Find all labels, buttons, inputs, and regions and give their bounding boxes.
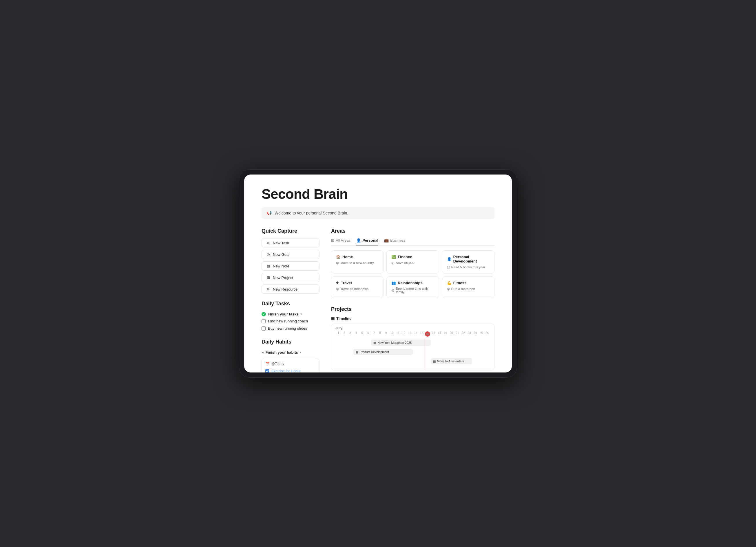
new-goal-button[interactable]: ◎ New Goal (262, 250, 319, 259)
area-card-relationships: 👥 Relationships ◎ Spend more time with f… (386, 276, 439, 298)
area-finance-title: 💹 Finance (391, 255, 434, 259)
finish-habits-label: Finish your habits (266, 350, 298, 354)
all-areas-label: All Areas (336, 238, 350, 243)
travel-icon: ✈ (336, 281, 339, 285)
date-cell: 9 (383, 331, 389, 336)
page-title: Second Brain (262, 186, 494, 202)
projects-title: Projects (331, 306, 494, 312)
task1-checkbox[interactable] (262, 319, 266, 323)
area-card-fitness: 💪 Fitness ◎ Run a marathon (442, 276, 494, 298)
new-note-label: New Note (273, 264, 289, 268)
area-card-finance: 💹 Finance ◎ Save $5,000 (386, 250, 439, 274)
timeline-row: ▦ New York Marathon 2025 (335, 339, 490, 347)
tab-business[interactable]: 💼 Business (384, 238, 406, 246)
resource-icon: ⊛ (266, 287, 271, 291)
task2-label: Buy new running shoes (268, 326, 307, 330)
area-relationships-title: 👥 Relationships (391, 281, 434, 285)
timeline-bar-amsterdam: ▦ Move to Amsterdam (431, 358, 472, 364)
main-content: Second Brain 📢 Welcome to your personal … (244, 175, 512, 372)
calendar-icon: 📅 (265, 362, 270, 366)
goal-sub-icon: ◎ (336, 261, 339, 265)
area-fitness-sub: ◎ Run a marathon (447, 287, 490, 291)
date-cell: 6 (365, 331, 371, 336)
area-home-title: 🏠 Home (336, 255, 379, 259)
date-cell: 15 (419, 331, 425, 336)
daily-tasks-section: Daily Tasks ✓ Finish your tasks ▾ Find n… (262, 301, 319, 332)
new-goal-label: New Goal (273, 253, 289, 257)
home-icon: 🏠 (336, 255, 341, 259)
goal-icon: ◎ (266, 252, 271, 257)
chevron-down-icon: ▾ (300, 351, 301, 354)
finish-habits-button[interactable]: ≡ Finish your habits ▾ (262, 349, 301, 356)
area-fitness-title: 💪 Fitness (447, 281, 490, 285)
area-travel-sub: ◎ Travel to Indonesia (336, 287, 379, 291)
goal-sub-icon4: ◎ (336, 287, 339, 291)
area-relationships-sub: ◎ Spend more time with family (391, 287, 434, 294)
note-icon: ▤ (266, 264, 271, 268)
date-cell: 14 (413, 331, 419, 336)
area-travel-title: ✈ Travel (336, 281, 379, 285)
area-card-personal-dev: 👤 Personal Development ◎ Read 5 books th… (442, 250, 494, 274)
date-cell: 26 (484, 331, 490, 336)
main-layout: Quick Capture ⊕ New Task ◎ New Goal ▤ Ne… (262, 228, 494, 372)
area-personal-dev-sub: ◎ Read 5 books this year (447, 265, 490, 269)
date-cell: 16 (425, 331, 431, 336)
date-cell: 19 (443, 331, 449, 336)
goal-sub-icon5: ◎ (391, 288, 394, 292)
personal-dev-icon: 👤 (447, 257, 452, 262)
tab-personal[interactable]: 👤 Personal (356, 238, 378, 246)
area-home-sub: ◎ Move to a new country (336, 261, 379, 265)
date-cell: 13 (407, 331, 413, 336)
habits-today: 📅 @Today (265, 362, 316, 366)
timeline-text: Timeline (336, 316, 352, 321)
task1-label: Find new running coach (268, 319, 308, 323)
timeline-label: ▦ Timeline (331, 316, 494, 321)
finish-tasks-button[interactable]: ✓ Finish your tasks ▾ (262, 311, 302, 317)
habit1-checkbox[interactable] (265, 369, 269, 373)
daily-habits-section: Daily Habits ≡ Finish your habits ▾ 📅 @T… (262, 339, 319, 372)
person-icon: 👤 (356, 238, 361, 243)
date-cell: 3 (347, 331, 353, 336)
projects-section: Projects ▦ Timeline July 123456789101112… (331, 306, 494, 372)
date-cell: 5 (359, 331, 365, 336)
area-card-travel: ✈ Travel ◎ Travel to Indonesia (331, 276, 384, 298)
tab-all-areas[interactable]: ⊞ All Areas (331, 238, 350, 246)
area-finance-sub: ◎ Save $5,000 (391, 261, 434, 265)
date-cell: 18 (437, 331, 443, 336)
daily-habits-title: Daily Habits (262, 339, 319, 345)
date-cell: 4 (353, 331, 359, 336)
habits-box: 📅 @Today Exercise for 1 hour Healthy Nut… (262, 358, 319, 372)
date-cell: 12 (401, 331, 407, 336)
welcome-banner: 📢 Welcome to your personal Second Brain. (262, 207, 494, 219)
fitness-icon: 💪 (447, 281, 452, 285)
new-project-button[interactable]: ▦ New Project (262, 273, 319, 282)
date-cell: 10 (389, 331, 395, 336)
new-note-button[interactable]: ▤ New Note (262, 262, 319, 271)
area-card-home: 🏠 Home ◎ Move to a new country (331, 250, 384, 274)
date-cell: 7 (371, 331, 377, 336)
areas-grid: 🏠 Home ◎ Move to a new country 💹 (331, 250, 494, 298)
areas-title: Areas (331, 228, 494, 234)
new-task-button[interactable]: ⊕ New Task (262, 238, 319, 248)
screen: Second Brain 📢 Welcome to your personal … (244, 175, 512, 372)
quick-capture-title: Quick Capture (262, 228, 319, 234)
today-label: @Today (271, 362, 284, 366)
date-cell: 20 (448, 331, 454, 336)
date-cell: 11 (395, 331, 401, 336)
new-resource-label: New Resource (273, 287, 297, 291)
finance-icon: 💹 (391, 255, 396, 259)
new-resource-button[interactable]: ⊛ New Resource (262, 284, 319, 294)
date-cell: 8 (377, 331, 383, 336)
timeline-dates: 1234567891011121314151617181920212223242… (331, 330, 494, 338)
task2-checkbox[interactable] (262, 326, 266, 330)
date-cell: 22 (460, 331, 466, 336)
date-cell: 1 (335, 331, 342, 336)
goal-sub-icon3: ◎ (447, 265, 450, 269)
relationships-icon: 👥 (391, 281, 396, 285)
task-item: Find new running coach (262, 317, 319, 325)
business-label: Business (390, 238, 406, 243)
date-cell: 24 (472, 331, 478, 336)
timeline-icon: ▦ (331, 316, 335, 321)
timeline-bar-product: ▦ Product Development (353, 349, 413, 355)
date-cell: 25 (478, 331, 484, 336)
